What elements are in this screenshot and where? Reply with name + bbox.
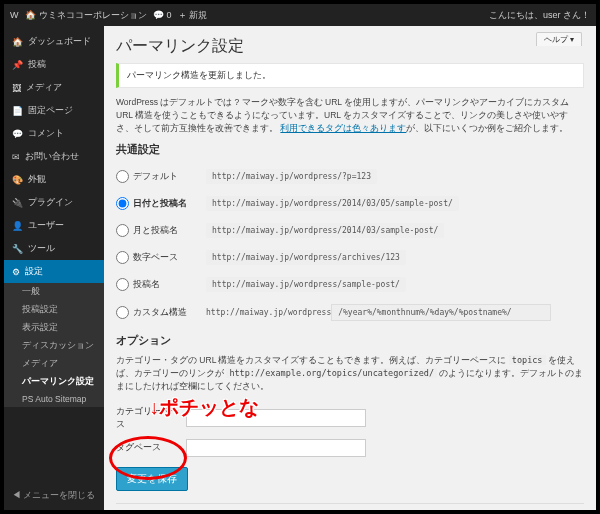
custom-prefix: http://maiway.jp/wordpress [206,308,331,317]
menu-posts[interactable]: 📌投稿 [4,53,104,76]
menu-tools[interactable]: 🔧ツール [4,237,104,260]
sub-sitemap[interactable]: PS Auto Sitemap [4,391,104,407]
comments-count[interactable]: 💬 0 [153,10,172,20]
opt-postname: 投稿名 http://maiway.jp/wordpress/sample-po… [116,271,584,298]
collapse-menu[interactable]: ◀ メニューを閉じる [4,482,104,510]
tag-base-label: タグベース [116,441,186,454]
menu-comments[interactable]: 💬コメント [4,122,104,145]
option-heading: オプション [116,333,584,348]
sub-general[interactable]: 一般 [4,283,104,301]
radio-date[interactable] [116,197,129,210]
opt-default: デフォルト http://maiway.jp/wordpress/?p=123 [116,163,584,190]
opt-date: 日付と投稿名 http://maiway.jp/wordpress/2014/0… [116,190,584,217]
menu-plugins[interactable]: 🔌プラグイン [4,191,104,214]
site-name[interactable]: 🏠 ウミネココーポレーション [25,9,147,22]
sub-discussion[interactable]: ディスカッション [4,337,104,355]
radio-numeric[interactable] [116,251,129,264]
menu-appearance[interactable]: 🎨外観 [4,168,104,191]
radio-month[interactable] [116,224,129,237]
menu-settings[interactable]: ⚙設定 [4,260,104,283]
sub-reading[interactable]: 表示設定 [4,319,104,337]
menu-dashboard[interactable]: 🏠ダッシュボード [4,30,104,53]
radio-custom[interactable] [116,306,129,319]
opt-custom: カスタム構造 http://maiway.jp/wordpress [116,298,584,327]
url-numeric: http://maiway.jp/wordpress/archives/123 [206,250,406,265]
url-date: http://maiway.jp/wordpress/2014/03/05/sa… [206,196,459,211]
save-button[interactable]: 変更を保存 [116,467,188,491]
option-description: カテゴリー・タグの URL 構造をカスタマイズすることもできます。例えば、カテゴ… [116,354,584,392]
opt-numeric: 数字ベース http://maiway.jp/wordpress/archive… [116,244,584,271]
tag-base-row: タグベース [116,435,584,461]
footer: WordPress のご利用ありがとうございます。 バージョン 3.8.1 [116,503,584,511]
menu-contact[interactable]: ✉お問い合わせ [4,145,104,168]
url-default: http://maiway.jp/wordpress/?p=123 [206,169,377,184]
page-description: WordPress はデフォルトでは ? マークや数字を含む URL を使用しま… [116,96,584,134]
menu-media[interactable]: 🖼メディア [4,76,104,99]
wp-logo[interactable]: W [10,10,19,20]
radio-postname[interactable] [116,278,129,291]
menu-users[interactable]: 👤ユーザー [4,214,104,237]
menu-pages[interactable]: 📄固定ページ [4,99,104,122]
tag-base-input[interactable] [186,439,366,457]
add-new[interactable]: ＋ 新規 [178,9,208,22]
page-title: パーマリンク設定 [116,36,584,57]
admin-toolbar: W 🏠 ウミネココーポレーション 💬 0 ＋ 新規 こんにちは、user さん！ [4,4,596,26]
admin-sidebar: 🏠ダッシュボード 📌投稿 🖼メディア 📄固定ページ 💬コメント ✉お問い合わせ … [4,26,104,510]
content-area: ヘルプ ▾ パーマリンク設定 パーマリンク構造を更新しました。 WordPres… [104,26,596,510]
update-notice: パーマリンク構造を更新しました。 [116,63,584,88]
tags-link[interactable]: 利用できるタグは色々あります [280,123,406,133]
radio-default[interactable] [116,170,129,183]
sub-permalink[interactable]: パーマリンク設定 [4,373,104,391]
greeting[interactable]: こんにちは、user さん！ [489,9,590,22]
url-month: http://maiway.jp/wordpress/2014/03/sampl… [206,223,444,238]
help-tab[interactable]: ヘルプ ▾ [536,32,582,46]
custom-structure-input[interactable] [331,304,551,321]
url-postname: http://maiway.jp/wordpress/sample-post/ [206,277,406,292]
opt-month: 月と投稿名 http://maiway.jp/wordpress/2014/03… [116,217,584,244]
settings-submenu: 一般 投稿設定 表示設定 ディスカッション メディア パーマリンク設定 PS A… [4,283,104,407]
common-heading: 共通設定 [116,142,584,157]
category-base-input[interactable] [186,409,366,427]
category-base-row: カテゴリーベース [116,401,584,435]
sub-media[interactable]: メディア [4,355,104,373]
sub-writing[interactable]: 投稿設定 [4,301,104,319]
category-base-label: カテゴリーベース [116,405,186,431]
